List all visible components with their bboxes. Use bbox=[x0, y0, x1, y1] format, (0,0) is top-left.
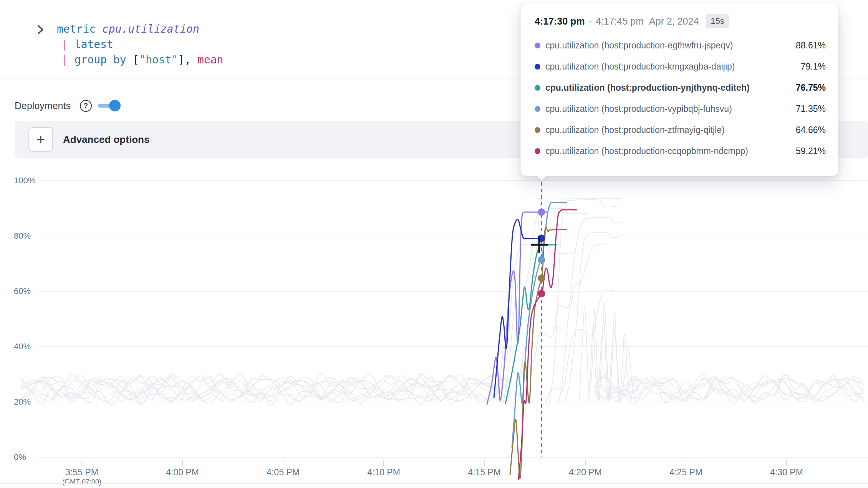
y-axis-label: 60% bbox=[14, 286, 31, 296]
y-axis-label: 0% bbox=[14, 452, 26, 462]
hover-dot bbox=[538, 209, 545, 216]
series-name: cpu.utilization (host:production-kmgxagb… bbox=[545, 61, 794, 72]
tooltip-series-row: cpu.utilization (host:production-vypibqb… bbox=[535, 98, 826, 120]
code-token: , bbox=[184, 53, 197, 66]
hover-dot bbox=[538, 290, 545, 297]
series-color-dot bbox=[535, 85, 540, 91]
series-value: 79.1% bbox=[801, 61, 826, 72]
bottom-divider bbox=[0, 483, 868, 484]
code-line[interactable]: | group_by ["host"], mean bbox=[57, 52, 223, 68]
hover-dot bbox=[538, 275, 545, 282]
crosshair-icon bbox=[531, 236, 548, 253]
tooltip-arrow bbox=[537, 171, 546, 180]
hover-dot bbox=[538, 235, 545, 242]
code-token: latest bbox=[75, 38, 113, 51]
x-axis-label: 3:55 PM bbox=[51, 467, 113, 478]
tooltip-header: 4:17:30 pm - 4:17:45 pm Apr 2, 2024 15s bbox=[521, 4, 838, 32]
tooltip-end-time: 4:17:45 pm bbox=[596, 16, 644, 27]
code-token: ] bbox=[178, 53, 184, 66]
tooltip-rows: cpu.utilization (host:production-egthwfr… bbox=[521, 32, 838, 162]
plus-button[interactable]: + bbox=[28, 127, 53, 152]
series-color-dot bbox=[535, 43, 540, 48]
tooltip-series-row: cpu.utilization (host:production-kmgxagb… bbox=[535, 56, 826, 77]
code-token: mean bbox=[197, 53, 223, 66]
series-value: 88.61% bbox=[796, 40, 826, 51]
tooltip-separator: - bbox=[589, 16, 592, 27]
series-name: cpu.utilization (host:production-egthwfr… bbox=[545, 40, 789, 51]
deployments-toggle[interactable] bbox=[98, 100, 121, 112]
code-token: metric bbox=[57, 23, 102, 35]
tooltip-date: Apr 2, 2024 bbox=[649, 16, 699, 27]
series-name: cpu.utilization (host:production-vypibqb… bbox=[545, 104, 789, 114]
tooltip-series-row: cpu.utilization (host:production-ynjthyn… bbox=[535, 77, 826, 98]
x-axis-label: 4:30 PM bbox=[756, 467, 817, 478]
x-axis-label: 4:05 PM bbox=[252, 467, 314, 478]
x-axis-label: 4:00 PM bbox=[152, 467, 213, 478]
x-axis-label: 4:10 PM bbox=[353, 467, 414, 478]
series-color-dot bbox=[535, 148, 540, 154]
series-name: cpu.utilization (host:production-ztfmayi… bbox=[545, 125, 789, 135]
code-line[interactable]: metric cpu.utilization bbox=[57, 22, 223, 37]
help-icon[interactable]: ? bbox=[80, 100, 92, 112]
x-axis-label: 4:25 PM bbox=[655, 467, 717, 478]
series-name: cpu.utilization (host:production-ynjthyn… bbox=[545, 83, 789, 93]
tooltip-interval-badge: 15s bbox=[706, 14, 729, 28]
tooltip-series-row: cpu.utilization (host:production-ztfmayi… bbox=[535, 120, 826, 141]
series-line bbox=[487, 212, 547, 404]
x-axis-label: 4:15 PM bbox=[454, 467, 515, 478]
code-token: cpu.utilization bbox=[102, 23, 199, 35]
series-value: 76.75% bbox=[796, 83, 826, 93]
query-code[interactable]: metric cpu.utilization| latest| group_by… bbox=[57, 22, 223, 68]
toggle-knob bbox=[109, 100, 121, 111]
tooltip-start-time: 4:17:30 pm bbox=[535, 16, 585, 27]
x-axis-label: 4:20 PM bbox=[555, 467, 616, 478]
y-axis-label: 80% bbox=[14, 231, 31, 241]
y-axis-label: 20% bbox=[14, 397, 31, 407]
series-line bbox=[510, 227, 567, 479]
advanced-options-label: Advanced options bbox=[63, 134, 149, 146]
y-axis-label: 100% bbox=[14, 176, 35, 186]
hover-dot bbox=[538, 256, 545, 264]
series-color-dot bbox=[535, 127, 540, 133]
code-token: | bbox=[61, 53, 75, 66]
series-line bbox=[505, 245, 557, 403]
tooltip-series-row: cpu.utilization (host:production-egthwfr… bbox=[535, 35, 826, 56]
code-line[interactable]: | latest bbox=[57, 37, 223, 52]
series-line bbox=[518, 210, 576, 480]
series-value: 59.21% bbox=[796, 146, 826, 156]
code-token: "host" bbox=[139, 53, 178, 66]
deployments-row: Deployments ? bbox=[15, 98, 121, 114]
series-value: 64.66% bbox=[796, 125, 826, 135]
series-line bbox=[494, 219, 542, 398]
background-series bbox=[21, 199, 864, 405]
y-axis-label: 40% bbox=[14, 342, 31, 352]
series-color-dot bbox=[535, 106, 540, 112]
series-value: 71.35% bbox=[796, 104, 826, 114]
deployments-label: Deployments bbox=[15, 100, 71, 111]
series-name: cpu.utilization (host:production-ccqopbm… bbox=[545, 146, 789, 156]
chart-tooltip: 4:17:30 pm - 4:17:45 pm Apr 2, 2024 15s … bbox=[520, 4, 838, 176]
code-token: [ bbox=[133, 53, 139, 66]
timezone-note: (GMT-07:00) bbox=[43, 478, 120, 486]
tooltip-series-row: cpu.utilization (host:production-ccqopbm… bbox=[535, 141, 826, 162]
code-token: | bbox=[61, 38, 75, 51]
series-color-dot bbox=[535, 64, 540, 70]
chevron-right-icon[interactable] bbox=[35, 24, 46, 35]
code-token: group_by bbox=[75, 53, 133, 66]
series-line bbox=[512, 203, 567, 448]
